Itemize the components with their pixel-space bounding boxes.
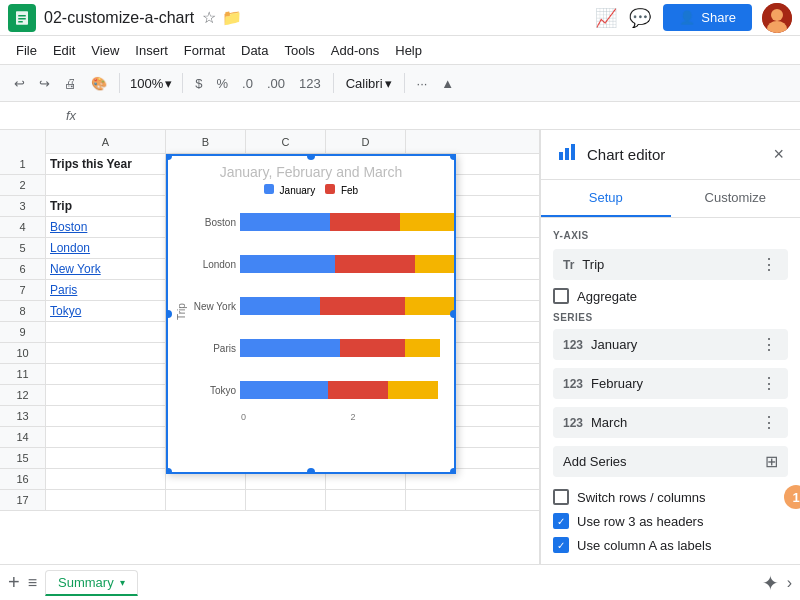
- menu-tools[interactable]: Tools: [276, 39, 322, 62]
- font-selector[interactable]: Calibri ▾: [340, 74, 398, 93]
- paint-format-button[interactable]: 🎨: [85, 72, 113, 95]
- explore-button[interactable]: ✦: [762, 571, 779, 595]
- col-header-d[interactable]: D: [326, 130, 406, 154]
- menu-addons[interactable]: Add-ons: [323, 39, 387, 62]
- percent-button[interactable]: %: [210, 72, 234, 95]
- series-march[interactable]: 123 March ⋮: [553, 407, 788, 438]
- series-march-label: March: [591, 415, 761, 430]
- series-january-icon: 123: [563, 338, 583, 352]
- grid-cell[interactable]: [46, 175, 166, 195]
- collapse-button[interactable]: ▲: [435, 72, 460, 95]
- col-header-c[interactable]: C: [246, 130, 326, 154]
- legend-february: Feb: [325, 184, 358, 196]
- format-number-button[interactable]: 123: [293, 72, 327, 95]
- series-label: SERIES: [553, 312, 788, 323]
- add-sheet-button[interactable]: +: [8, 571, 20, 594]
- switch-rows-checkbox[interactable]: [553, 489, 569, 505]
- currency-button[interactable]: $: [189, 72, 208, 95]
- menu-view[interactable]: View: [83, 39, 127, 62]
- col-a-labels-checkbox[interactable]: [553, 537, 569, 553]
- bar-tokyo: Tokyo: [191, 370, 456, 410]
- col-a-labels-row: Use column A as labels: [553, 537, 788, 553]
- tab-customize[interactable]: Customize: [671, 180, 801, 217]
- chart-editor-close-button[interactable]: ×: [773, 144, 784, 165]
- aggregate-row: Aggregate: [553, 288, 788, 304]
- undo-button[interactable]: ↩: [8, 72, 31, 95]
- col-header-b[interactable]: B: [166, 130, 246, 154]
- bar-blue-tokyo: [240, 381, 328, 399]
- chart-overlay[interactable]: January, February and March January Feb …: [166, 154, 456, 474]
- menu-format[interactable]: Format: [176, 39, 233, 62]
- series-march-icon: 123: [563, 416, 583, 430]
- font-name: Calibri: [346, 76, 383, 91]
- menu-edit[interactable]: Edit: [45, 39, 83, 62]
- chart-bars-area: Trip Boston Lon: [176, 202, 446, 422]
- y-axis-field-icon: Tr: [563, 258, 574, 272]
- trend-icon[interactable]: 📈: [595, 7, 617, 29]
- y-axis-field-more[interactable]: ⋮: [761, 255, 778, 274]
- decimal-decrease-button[interactable]: .0: [236, 72, 259, 95]
- bar-red-boston: [330, 213, 400, 231]
- sheet-list-button[interactable]: ≡: [28, 574, 37, 592]
- add-series-button[interactable]: Add Series ⊞: [553, 446, 788, 477]
- handle-bottom-right[interactable]: [450, 468, 456, 474]
- folder-icon[interactable]: 📁: [222, 8, 242, 27]
- bar-label-paris: Paris: [191, 343, 236, 354]
- legend-label-january: January: [280, 185, 316, 196]
- doc-title[interactable]: 02-customize-a-chart: [44, 9, 194, 27]
- handle-top-right[interactable]: [450, 154, 456, 160]
- star-icon[interactable]: ☆: [202, 8, 216, 27]
- row3-headers-checkbox[interactable]: [553, 513, 569, 529]
- add-series-label: Add Series: [563, 454, 765, 469]
- grid-cell[interactable]: Paris: [46, 280, 166, 300]
- chart-y-label: Trip: [176, 202, 187, 422]
- y-axis-field[interactable]: Tr Trip ⋮: [553, 249, 788, 280]
- redo-button[interactable]: ↪: [33, 72, 56, 95]
- share-icon: 👤: [679, 10, 695, 25]
- menu-insert[interactable]: Insert: [127, 39, 176, 62]
- bar-group-tokyo: [240, 381, 456, 399]
- zoom-control[interactable]: 100% ▾: [126, 74, 176, 93]
- zoom-value: 100%: [130, 76, 163, 91]
- series-february-icon: 123: [563, 377, 583, 391]
- x-tick-0: 0: [241, 412, 246, 422]
- series-february-more[interactable]: ⋮: [761, 374, 778, 393]
- grid-cell[interactable]: Trip: [46, 196, 166, 216]
- sheet-tab-summary[interactable]: Summary ▾: [45, 570, 138, 596]
- svg-rect-1: [18, 15, 26, 17]
- bar-label-newyork: New York: [191, 301, 236, 312]
- col-a-labels-label: Use column A as labels: [577, 538, 711, 553]
- series-march-more[interactable]: ⋮: [761, 413, 778, 432]
- collapse-sidebar-button[interactable]: ›: [787, 574, 792, 592]
- grid-cell[interactable]: Trips this Year: [46, 154, 166, 174]
- toolbar-sep-2: [182, 73, 183, 93]
- series-january[interactable]: 123 January ⋮: [553, 329, 788, 360]
- print-button[interactable]: 🖨: [58, 72, 83, 95]
- sheet-tab-chevron[interactable]: ▾: [120, 577, 125, 588]
- series-january-more[interactable]: ⋮: [761, 335, 778, 354]
- comment-icon[interactable]: 💬: [629, 7, 651, 29]
- header-corner: [0, 130, 46, 154]
- grid-cell[interactable]: London: [46, 238, 166, 258]
- handle-bottom-mid[interactable]: [307, 468, 315, 474]
- series-february[interactable]: 123 February ⋮: [553, 368, 788, 399]
- share-button[interactable]: 👤 Share: [663, 4, 752, 31]
- grid-cell[interactable]: New York: [46, 259, 166, 279]
- decimal-increase-button[interactable]: .00: [261, 72, 291, 95]
- grid-cell[interactable]: Boston: [46, 217, 166, 237]
- bar-newyork: New York: [191, 286, 456, 326]
- avatar[interactable]: [762, 3, 792, 33]
- handle-bottom-left[interactable]: [166, 468, 172, 474]
- grid-cell[interactable]: Tokyo: [46, 301, 166, 321]
- menu-file[interactable]: File: [8, 39, 45, 62]
- bar-yellow-tokyo: [388, 381, 438, 399]
- menu-data[interactable]: Data: [233, 39, 276, 62]
- tab-setup[interactable]: Setup: [541, 180, 671, 217]
- col-header-a[interactable]: A: [46, 130, 166, 154]
- more-options-button[interactable]: ···: [411, 72, 434, 95]
- handle-mid-right[interactable]: [450, 310, 456, 318]
- menu-help[interactable]: Help: [387, 39, 430, 62]
- row-header: 17: [0, 490, 46, 510]
- aggregate-checkbox[interactable]: [553, 288, 569, 304]
- toolbar-sep-3: [333, 73, 334, 93]
